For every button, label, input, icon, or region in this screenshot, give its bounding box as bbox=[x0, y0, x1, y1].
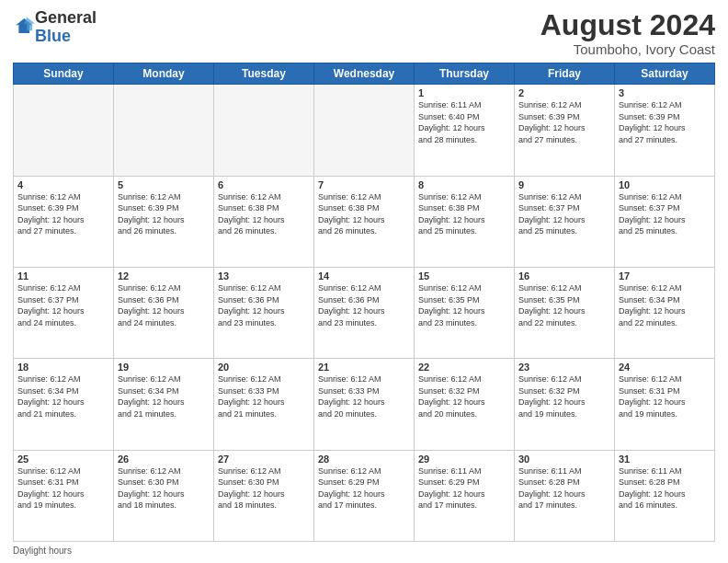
calendar-cell: 23Sunrise: 6:12 AM Sunset: 6:32 PM Dayli… bbox=[515, 359, 615, 450]
day-number: 7 bbox=[318, 179, 410, 190]
day-info: Sunrise: 6:12 AM Sunset: 6:39 PM Dayligh… bbox=[518, 99, 610, 145]
day-number: 5 bbox=[118, 179, 210, 190]
day-info: Sunrise: 6:12 AM Sunset: 6:34 PM Dayligh… bbox=[118, 373, 210, 419]
calendar-cell: 7Sunrise: 6:12 AM Sunset: 6:38 PM Daylig… bbox=[314, 176, 415, 267]
day-number: 19 bbox=[118, 362, 210, 373]
calendar-cell: 2Sunrise: 6:12 AM Sunset: 6:39 PM Daylig… bbox=[515, 85, 615, 176]
calendar-cell: 10Sunrise: 6:12 AM Sunset: 6:37 PM Dayli… bbox=[615, 176, 715, 267]
day-number: 30 bbox=[518, 454, 610, 465]
day-number: 18 bbox=[17, 362, 109, 373]
day-number: 28 bbox=[318, 454, 410, 465]
calendar-cell: 28Sunrise: 6:12 AM Sunset: 6:29 PM Dayli… bbox=[314, 450, 415, 541]
calendar-cell: 9Sunrise: 6:12 AM Sunset: 6:37 PM Daylig… bbox=[515, 176, 615, 267]
title-block: August 2024 Toumboho, Ivory Coast bbox=[540, 9, 715, 57]
day-number: 15 bbox=[418, 270, 510, 282]
day-number: 13 bbox=[218, 270, 310, 282]
calendar-cell bbox=[14, 85, 114, 176]
page: General Blue August 2024 Toumboho, Ivory… bbox=[0, 0, 728, 563]
calendar-cell: 24Sunrise: 6:12 AM Sunset: 6:31 PM Dayli… bbox=[615, 359, 715, 450]
day-number: 8 bbox=[418, 179, 510, 190]
day-number: 24 bbox=[619, 362, 711, 373]
day-info: Sunrise: 6:12 AM Sunset: 6:34 PM Dayligh… bbox=[619, 282, 711, 328]
week-row-3: 18Sunrise: 6:12 AM Sunset: 6:34 PM Dayli… bbox=[14, 359, 715, 450]
calendar-cell: 5Sunrise: 6:12 AM Sunset: 6:39 PM Daylig… bbox=[114, 176, 214, 267]
day-number: 20 bbox=[218, 362, 310, 373]
day-info: Sunrise: 6:12 AM Sunset: 6:38 PM Dayligh… bbox=[418, 191, 510, 237]
calendar-cell: 20Sunrise: 6:12 AM Sunset: 6:33 PM Dayli… bbox=[214, 359, 314, 450]
calendar-cell: 29Sunrise: 6:11 AM Sunset: 6:29 PM Dayli… bbox=[415, 450, 515, 541]
day-info: Sunrise: 6:12 AM Sunset: 6:37 PM Dayligh… bbox=[619, 191, 711, 237]
day-info: Sunrise: 6:12 AM Sunset: 6:31 PM Dayligh… bbox=[17, 465, 109, 511]
day-number: 3 bbox=[619, 87, 711, 98]
day-number: 31 bbox=[619, 454, 711, 465]
day-info: Sunrise: 6:12 AM Sunset: 6:35 PM Dayligh… bbox=[418, 282, 510, 328]
calendar-cell: 4Sunrise: 6:12 AM Sunset: 6:39 PM Daylig… bbox=[14, 176, 114, 267]
calendar-cell: 22Sunrise: 6:12 AM Sunset: 6:32 PM Dayli… bbox=[415, 359, 515, 450]
day-number: 17 bbox=[619, 270, 711, 282]
calendar-subtitle: Toumboho, Ivory Coast bbox=[540, 41, 715, 57]
day-info: Sunrise: 6:12 AM Sunset: 6:36 PM Dayligh… bbox=[218, 282, 310, 328]
calendar-cell: 25Sunrise: 6:12 AM Sunset: 6:31 PM Dayli… bbox=[14, 450, 114, 541]
day-info: Sunrise: 6:12 AM Sunset: 6:38 PM Dayligh… bbox=[218, 191, 310, 237]
logo-blue-text: Blue bbox=[35, 27, 71, 45]
calendar-cell: 19Sunrise: 6:12 AM Sunset: 6:34 PM Dayli… bbox=[114, 359, 214, 450]
calendar-cell: 31Sunrise: 6:11 AM Sunset: 6:28 PM Dayli… bbox=[615, 450, 715, 541]
day-number: 12 bbox=[118, 270, 210, 282]
calendar-cell bbox=[114, 85, 214, 176]
day-info: Sunrise: 6:11 AM Sunset: 6:28 PM Dayligh… bbox=[619, 465, 711, 511]
day-number: 21 bbox=[318, 362, 410, 373]
calendar-cell: 6Sunrise: 6:12 AM Sunset: 6:38 PM Daylig… bbox=[214, 176, 314, 267]
calendar-cell: 21Sunrise: 6:12 AM Sunset: 6:33 PM Dayli… bbox=[314, 359, 415, 450]
day-info: Sunrise: 6:12 AM Sunset: 6:32 PM Dayligh… bbox=[518, 373, 610, 419]
day-info: Sunrise: 6:12 AM Sunset: 6:39 PM Dayligh… bbox=[118, 191, 210, 237]
calendar-cell: 15Sunrise: 6:12 AM Sunset: 6:35 PM Dayli… bbox=[415, 267, 515, 358]
calendar-cell: 27Sunrise: 6:12 AM Sunset: 6:30 PM Dayli… bbox=[214, 450, 314, 541]
col-header-monday: Monday bbox=[114, 63, 214, 85]
calendar-cell: 8Sunrise: 6:12 AM Sunset: 6:38 PM Daylig… bbox=[415, 176, 515, 267]
day-number: 2 bbox=[518, 87, 610, 98]
calendar-cell: 30Sunrise: 6:11 AM Sunset: 6:28 PM Dayli… bbox=[515, 450, 615, 541]
day-number: 10 bbox=[619, 179, 711, 190]
day-info: Sunrise: 6:12 AM Sunset: 6:39 PM Dayligh… bbox=[619, 99, 711, 145]
day-info: Sunrise: 6:12 AM Sunset: 6:38 PM Dayligh… bbox=[318, 191, 410, 237]
day-number: 22 bbox=[418, 362, 510, 373]
day-info: Sunrise: 6:11 AM Sunset: 6:28 PM Dayligh… bbox=[518, 465, 610, 511]
day-number: 4 bbox=[17, 179, 109, 190]
day-info: Sunrise: 6:12 AM Sunset: 6:31 PM Dayligh… bbox=[619, 373, 711, 419]
calendar-header-row: SundayMondayTuesdayWednesdayThursdayFrid… bbox=[14, 63, 715, 85]
day-info: Sunrise: 6:12 AM Sunset: 6:30 PM Dayligh… bbox=[218, 465, 310, 511]
day-number: 6 bbox=[218, 179, 310, 190]
day-info: Sunrise: 6:12 AM Sunset: 6:33 PM Dayligh… bbox=[218, 373, 310, 419]
week-row-0: 1Sunrise: 6:11 AM Sunset: 6:40 PM Daylig… bbox=[14, 85, 715, 176]
calendar-cell: 18Sunrise: 6:12 AM Sunset: 6:34 PM Dayli… bbox=[14, 359, 114, 450]
day-info: Sunrise: 6:11 AM Sunset: 6:29 PM Dayligh… bbox=[418, 465, 510, 511]
day-number: 23 bbox=[518, 362, 610, 373]
col-header-thursday: Thursday bbox=[415, 63, 515, 85]
calendar-title: August 2024 bbox=[540, 9, 715, 41]
calendar-cell bbox=[214, 85, 314, 176]
col-header-wednesday: Wednesday bbox=[314, 63, 415, 85]
day-info: Sunrise: 6:12 AM Sunset: 6:33 PM Dayligh… bbox=[318, 373, 410, 419]
logo-general-text: General bbox=[35, 8, 97, 27]
day-info: Sunrise: 6:11 AM Sunset: 6:40 PM Dayligh… bbox=[418, 99, 510, 145]
calendar-table: SundayMondayTuesdayWednesdayThursdayFrid… bbox=[13, 63, 715, 542]
calendar-cell: 13Sunrise: 6:12 AM Sunset: 6:36 PM Dayli… bbox=[214, 267, 314, 358]
day-info: Sunrise: 6:12 AM Sunset: 6:35 PM Dayligh… bbox=[518, 282, 610, 328]
footer-note: Daylight hours bbox=[13, 546, 715, 556]
calendar-cell: 1Sunrise: 6:11 AM Sunset: 6:40 PM Daylig… bbox=[415, 85, 515, 176]
calendar-cell: 3Sunrise: 6:12 AM Sunset: 6:39 PM Daylig… bbox=[615, 85, 715, 176]
calendar-cell: 16Sunrise: 6:12 AM Sunset: 6:35 PM Dayli… bbox=[515, 267, 615, 358]
day-info: Sunrise: 6:12 AM Sunset: 6:37 PM Dayligh… bbox=[17, 282, 109, 328]
day-number: 16 bbox=[518, 270, 610, 282]
day-info: Sunrise: 6:12 AM Sunset: 6:30 PM Dayligh… bbox=[118, 465, 210, 511]
col-header-saturday: Saturday bbox=[615, 63, 715, 85]
logo: General Blue bbox=[13, 9, 97, 46]
day-number: 29 bbox=[418, 454, 510, 465]
day-number: 27 bbox=[218, 454, 310, 465]
week-row-1: 4Sunrise: 6:12 AM Sunset: 6:39 PM Daylig… bbox=[14, 176, 715, 267]
day-info: Sunrise: 6:12 AM Sunset: 6:39 PM Dayligh… bbox=[17, 191, 109, 237]
day-info: Sunrise: 6:12 AM Sunset: 6:36 PM Dayligh… bbox=[318, 282, 410, 328]
calendar-cell: 14Sunrise: 6:12 AM Sunset: 6:36 PM Dayli… bbox=[314, 267, 415, 358]
day-info: Sunrise: 6:12 AM Sunset: 6:29 PM Dayligh… bbox=[318, 465, 410, 511]
day-info: Sunrise: 6:12 AM Sunset: 6:37 PM Dayligh… bbox=[518, 191, 610, 237]
